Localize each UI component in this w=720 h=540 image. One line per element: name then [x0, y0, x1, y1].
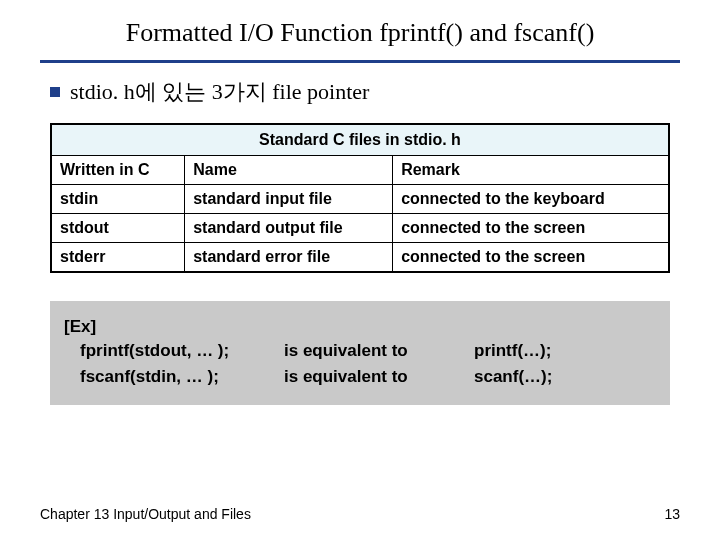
example-grid: fprintf(stdout, … ); is equivalent to pr…: [64, 341, 656, 387]
page-title: Formatted I/O Function fprintf() and fsc…: [40, 18, 680, 56]
bullet-text: stdio. h에 있는 3가지 file pointer: [70, 77, 369, 107]
example-code: fprintf(stdout, … );: [64, 341, 284, 361]
table-caption: Standard C files in stdio. h: [51, 124, 669, 156]
table-cell: standard output file: [185, 214, 393, 243]
table-cell: stdout: [51, 214, 185, 243]
example-mid: is equivalent to: [284, 367, 474, 387]
example-equiv: printf(…);: [474, 341, 624, 361]
table-cell: connected to the screen: [393, 243, 669, 273]
example-box: [Ex] fprintf(stdout, … ); is equivalent …: [50, 301, 670, 405]
table-cell: stderr: [51, 243, 185, 273]
table-cell: standard input file: [185, 185, 393, 214]
stdio-table: Standard C files in stdio. h Written in …: [50, 123, 670, 273]
table-row: stderr standard error file connected to …: [51, 243, 669, 273]
table-cell: standard error file: [185, 243, 393, 273]
slide: Formatted I/O Function fprintf() and fsc…: [0, 0, 720, 540]
square-bullet-icon: [50, 87, 60, 97]
slide-footer: Chapter 13 Input/Output and Files 13: [40, 506, 680, 522]
table-cell: connected to the keyboard: [393, 185, 669, 214]
example-equiv: scanf(…);: [474, 367, 624, 387]
example-code: fscanf(stdin, … );: [64, 367, 284, 387]
table-row: stdout standard output file connected to…: [51, 214, 669, 243]
bullet-item: stdio. h에 있는 3가지 file pointer: [50, 77, 680, 107]
title-rule: [40, 60, 680, 63]
col-header: Written in C: [51, 156, 185, 185]
example-label: [Ex]: [64, 317, 656, 337]
table-cell: stdin: [51, 185, 185, 214]
table-row: stdin standard input file connected to t…: [51, 185, 669, 214]
col-header: Name: [185, 156, 393, 185]
col-header: Remark: [393, 156, 669, 185]
footer-left: Chapter 13 Input/Output and Files: [40, 506, 251, 522]
table-cell: connected to the screen: [393, 214, 669, 243]
example-mid: is equivalent to: [284, 341, 474, 361]
page-number: 13: [664, 506, 680, 522]
table-header-row: Written in C Name Remark: [51, 156, 669, 185]
